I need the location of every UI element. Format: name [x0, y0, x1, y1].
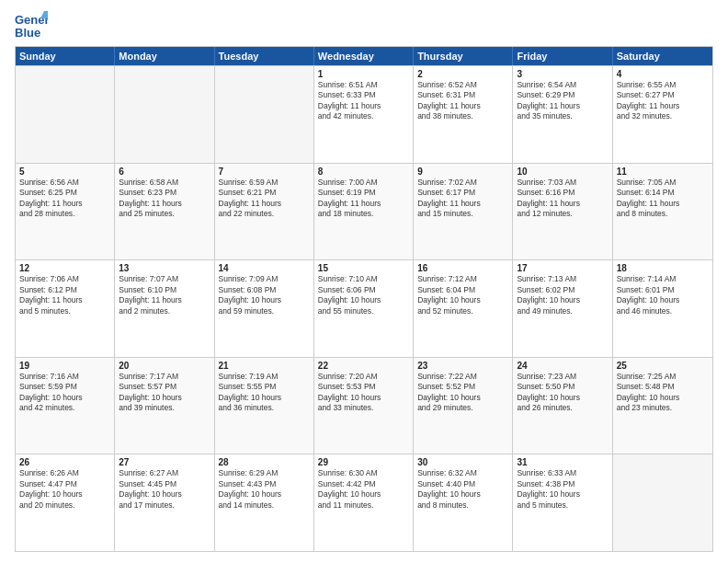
- day-number: 23: [417, 361, 508, 371]
- cal-cell: [215, 66, 314, 163]
- day-number: 1: [318, 69, 409, 79]
- day-info: Sunrise: 6:55 AM Sunset: 6:27 PM Dayligh…: [617, 80, 709, 122]
- cal-header-saturday: Saturday: [613, 47, 712, 65]
- cal-cell: 3Sunrise: 6:54 AM Sunset: 6:29 PM Daylig…: [513, 66, 612, 163]
- cal-cell: 29Sunrise: 6:30 AM Sunset: 4:42 PM Dayli…: [314, 454, 414, 551]
- day-info: Sunrise: 7:07 AM Sunset: 6:10 PM Dayligh…: [119, 274, 210, 316]
- cal-cell: 25Sunrise: 7:25 AM Sunset: 5:48 PM Dayli…: [613, 358, 712, 454]
- day-info: Sunrise: 6:33 AM Sunset: 4:38 PM Dayligh…: [517, 468, 608, 511]
- logo-svg: General Blue: [15, 11, 48, 39]
- day-number: 16: [417, 263, 508, 273]
- day-number: 6: [119, 167, 210, 177]
- day-number: 7: [219, 167, 310, 177]
- cal-cell: [16, 66, 115, 163]
- calendar: SundayMondayTuesdayWednesdayThursdayFrid…: [15, 46, 713, 552]
- cal-week-1: 1Sunrise: 6:51 AM Sunset: 6:33 PM Daylig…: [16, 65, 712, 163]
- cal-cell: 5Sunrise: 6:56 AM Sunset: 6:25 PM Daylig…: [16, 164, 115, 260]
- day-info: Sunrise: 6:32 AM Sunset: 4:40 PM Dayligh…: [417, 468, 508, 511]
- day-info: Sunrise: 6:56 AM Sunset: 6:25 PM Dayligh…: [19, 178, 110, 220]
- day-info: Sunrise: 6:51 AM Sunset: 6:33 PM Dayligh…: [318, 80, 409, 122]
- day-info: Sunrise: 7:25 AM Sunset: 5:48 PM Dayligh…: [617, 372, 709, 414]
- day-info: Sunrise: 7:02 AM Sunset: 6:17 PM Dayligh…: [417, 178, 508, 220]
- day-number: 18: [617, 263, 709, 273]
- header: General Blue: [15, 11, 713, 39]
- day-number: 28: [219, 457, 310, 467]
- cal-header-wednesday: Wednesday: [314, 47, 414, 65]
- cal-cell: 27Sunrise: 6:27 AM Sunset: 4:45 PM Dayli…: [115, 454, 214, 551]
- cal-cell: 31Sunrise: 6:33 AM Sunset: 4:38 PM Dayli…: [513, 454, 612, 551]
- cal-cell: 22Sunrise: 7:20 AM Sunset: 5:53 PM Dayli…: [314, 358, 414, 454]
- day-number: 24: [517, 361, 608, 371]
- day-info: Sunrise: 6:26 AM Sunset: 4:47 PM Dayligh…: [19, 468, 110, 511]
- day-info: Sunrise: 6:27 AM Sunset: 4:45 PM Dayligh…: [119, 468, 210, 511]
- day-info: Sunrise: 7:09 AM Sunset: 6:08 PM Dayligh…: [219, 274, 310, 316]
- day-number: 27: [119, 457, 210, 467]
- logo: General Blue: [15, 11, 48, 39]
- cal-cell: 30Sunrise: 6:32 AM Sunset: 4:40 PM Dayli…: [414, 454, 513, 551]
- cal-cell: 28Sunrise: 6:29 AM Sunset: 4:43 PM Dayli…: [215, 454, 314, 551]
- day-info: Sunrise: 7:05 AM Sunset: 6:14 PM Dayligh…: [617, 178, 709, 220]
- cal-cell: 9Sunrise: 7:02 AM Sunset: 6:17 PM Daylig…: [414, 164, 513, 260]
- day-info: Sunrise: 7:13 AM Sunset: 6:02 PM Dayligh…: [517, 274, 608, 316]
- day-info: Sunrise: 6:58 AM Sunset: 6:23 PM Dayligh…: [119, 178, 210, 220]
- day-info: Sunrise: 7:16 AM Sunset: 5:59 PM Dayligh…: [19, 372, 110, 414]
- day-info: Sunrise: 7:03 AM Sunset: 6:16 PM Dayligh…: [517, 178, 608, 220]
- cal-week-4: 19Sunrise: 7:16 AM Sunset: 5:59 PM Dayli…: [16, 357, 712, 454]
- day-number: 9: [417, 167, 508, 177]
- day-number: 15: [318, 263, 409, 273]
- cal-header-thursday: Thursday: [414, 47, 513, 65]
- cal-cell: 19Sunrise: 7:16 AM Sunset: 5:59 PM Dayli…: [16, 358, 115, 454]
- cal-cell: 2Sunrise: 6:52 AM Sunset: 6:31 PM Daylig…: [414, 66, 513, 163]
- day-info: Sunrise: 7:19 AM Sunset: 5:55 PM Dayligh…: [219, 372, 310, 414]
- cal-cell: 11Sunrise: 7:05 AM Sunset: 6:14 PM Dayli…: [613, 164, 712, 260]
- day-number: 20: [119, 361, 210, 371]
- day-number: 22: [318, 361, 409, 371]
- cal-cell: 15Sunrise: 7:10 AM Sunset: 6:06 PM Dayli…: [314, 260, 414, 357]
- cal-header-friday: Friday: [513, 47, 612, 65]
- day-info: Sunrise: 7:20 AM Sunset: 5:53 PM Dayligh…: [318, 372, 409, 414]
- cal-week-5: 26Sunrise: 6:26 AM Sunset: 4:47 PM Dayli…: [16, 454, 712, 551]
- day-number: 29: [318, 457, 409, 467]
- day-info: Sunrise: 6:59 AM Sunset: 6:21 PM Dayligh…: [219, 178, 310, 220]
- cal-cell: 21Sunrise: 7:19 AM Sunset: 5:55 PM Dayli…: [215, 358, 314, 454]
- cal-cell: 16Sunrise: 7:12 AM Sunset: 6:04 PM Dayli…: [414, 260, 513, 357]
- day-info: Sunrise: 7:17 AM Sunset: 5:57 PM Dayligh…: [119, 372, 210, 414]
- calendar-page: General Blue SundayMondayTuesdayWednesda…: [0, 0, 728, 563]
- cal-header-monday: Monday: [115, 47, 214, 65]
- cal-cell: 24Sunrise: 7:23 AM Sunset: 5:50 PM Dayli…: [513, 358, 612, 454]
- day-number: 11: [617, 167, 709, 177]
- cal-cell: 26Sunrise: 6:26 AM Sunset: 4:47 PM Dayli…: [16, 454, 115, 551]
- day-number: 4: [617, 69, 709, 79]
- day-info: Sunrise: 7:06 AM Sunset: 6:12 PM Dayligh…: [19, 274, 110, 316]
- cal-cell: 7Sunrise: 6:59 AM Sunset: 6:21 PM Daylig…: [215, 164, 314, 260]
- day-number: 19: [19, 361, 110, 371]
- cal-cell: [115, 66, 214, 163]
- day-number: 31: [517, 457, 608, 467]
- day-number: 10: [517, 167, 608, 177]
- day-number: 13: [119, 263, 210, 273]
- cal-cell: 1Sunrise: 6:51 AM Sunset: 6:33 PM Daylig…: [314, 66, 414, 163]
- cal-header-tuesday: Tuesday: [215, 47, 314, 65]
- day-info: Sunrise: 7:12 AM Sunset: 6:04 PM Dayligh…: [417, 274, 508, 316]
- cal-cell: 6Sunrise: 6:58 AM Sunset: 6:23 PM Daylig…: [115, 164, 214, 260]
- calendar-body: 1Sunrise: 6:51 AM Sunset: 6:33 PM Daylig…: [16, 65, 712, 551]
- day-info: Sunrise: 7:14 AM Sunset: 6:01 PM Dayligh…: [617, 274, 709, 316]
- cal-week-3: 12Sunrise: 7:06 AM Sunset: 6:12 PM Dayli…: [16, 259, 712, 357]
- day-info: Sunrise: 6:52 AM Sunset: 6:31 PM Dayligh…: [417, 80, 508, 122]
- day-number: 3: [517, 69, 608, 79]
- cal-cell: [613, 454, 712, 551]
- day-number: 14: [219, 263, 310, 273]
- cal-cell: 20Sunrise: 7:17 AM Sunset: 5:57 PM Dayli…: [115, 358, 214, 454]
- day-number: 12: [19, 263, 110, 273]
- day-number: 8: [318, 167, 409, 177]
- day-number: 25: [617, 361, 709, 371]
- cal-cell: 18Sunrise: 7:14 AM Sunset: 6:01 PM Dayli…: [613, 260, 712, 357]
- cal-cell: 8Sunrise: 7:00 AM Sunset: 6:19 PM Daylig…: [314, 164, 414, 260]
- day-info: Sunrise: 7:22 AM Sunset: 5:52 PM Dayligh…: [417, 372, 508, 414]
- day-info: Sunrise: 7:23 AM Sunset: 5:50 PM Dayligh…: [517, 372, 608, 414]
- svg-text:Blue: Blue: [15, 26, 40, 39]
- day-number: 21: [219, 361, 310, 371]
- cal-cell: 4Sunrise: 6:55 AM Sunset: 6:27 PM Daylig…: [613, 66, 712, 163]
- day-info: Sunrise: 6:29 AM Sunset: 4:43 PM Dayligh…: [219, 468, 310, 511]
- day-number: 30: [417, 457, 508, 467]
